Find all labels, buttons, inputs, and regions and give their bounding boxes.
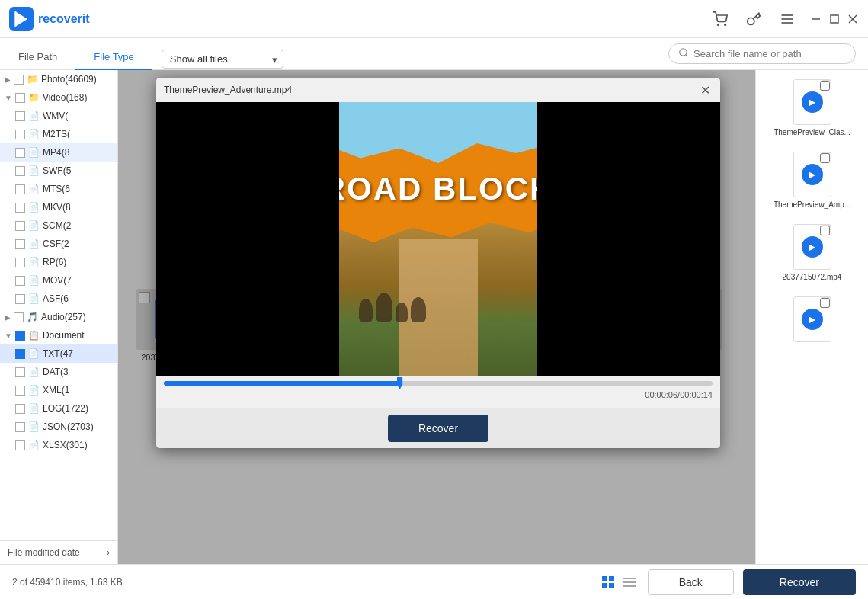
- svg-rect-28: [602, 583, 607, 588]
- right-panel-checkbox-2[interactable]: [820, 153, 830, 163]
- back-button[interactable]: Back: [648, 569, 734, 595]
- checkbox-mts[interactable]: [15, 184, 25, 194]
- filter-wrapper: Show all files Video Photo Audio Documen…: [162, 50, 283, 69]
- sidebar-item-asf[interactable]: 📄 ASF(6: [0, 290, 117, 308]
- sidebar-item-mkv[interactable]: 📄 MKV(8: [0, 198, 117, 216]
- folder-icon-csf: 📄: [28, 239, 40, 249]
- svg-rect-2: [14, 11, 17, 27]
- sidebar-item-mts[interactable]: 📄 MTS(6: [0, 180, 117, 198]
- minimize-button[interactable]: [810, 13, 822, 25]
- checkbox-csf[interactable]: [15, 239, 25, 249]
- menu-icon[interactable]: [777, 8, 798, 30]
- tab-file-path[interactable]: File Path: [0, 45, 75, 70]
- svg-point-12: [680, 49, 687, 56]
- right-panel-checkbox-3[interactable]: [820, 226, 830, 235]
- right-panel-item-3[interactable]: ▶ 2037715072.mp4: [759, 221, 865, 284]
- checkbox-dat[interactable]: [15, 367, 25, 377]
- video-frame: ROAD BLOCK: [156, 102, 720, 376]
- bottom-left: 2 of 459410 items, 1.63 KB: [12, 577, 123, 588]
- sidebar-item-mov[interactable]: 📄 MOV(7: [0, 271, 117, 290]
- checkbox-scm[interactable]: [15, 221, 25, 231]
- expand-audio-icon[interactable]: ▶: [5, 313, 11, 322]
- sidebar-item-scm[interactable]: 📄 SCM(2: [0, 216, 117, 235]
- sidebar-item-xlsx[interactable]: 📄 XLSX(301): [0, 436, 117, 454]
- sidebar-item-mp4[interactable]: 📄 MP4(8: [0, 143, 117, 162]
- cart-icon[interactable]: [709, 8, 731, 30]
- sidebar-item-photo[interactable]: ▶ 📁 Photo(46609): [0, 70, 117, 88]
- checkbox-audio[interactable]: [14, 312, 24, 322]
- checkbox-xml[interactable]: [15, 386, 25, 396]
- sidebar-icon-document: 📋: [28, 330, 40, 341]
- list-view-icon[interactable]: [620, 573, 639, 591]
- recover-btn-area: Recover: [156, 408, 720, 448]
- expand-document-icon[interactable]: ▼: [5, 332, 12, 340]
- sidebar-label-rp: RP(6): [43, 257, 66, 267]
- sidebar-item-log[interactable]: 📄 LOG(1722): [0, 399, 117, 418]
- right-panel-item-1[interactable]: ▶ ThemePreview_Clas...: [759, 76, 865, 139]
- checkbox-photo[interactable]: [14, 75, 24, 85]
- tab-filter-area: Show all files Video Photo Audio Documen…: [162, 50, 283, 69]
- recover-button[interactable]: Recover: [743, 569, 856, 595]
- right-panel-item-2[interactable]: ▶ ThemePreview_Amp...: [759, 149, 865, 212]
- checkbox-rp[interactable]: [15, 258, 25, 267]
- checkbox-xlsx[interactable]: [15, 440, 25, 450]
- close-button[interactable]: [847, 13, 859, 25]
- modal-overlay: ThemePreview_Adventure.mp4 ✕: [118, 70, 755, 564]
- filter-select[interactable]: Show all files Video Photo Audio Documen…: [162, 50, 283, 69]
- progress-bar[interactable]: [164, 381, 713, 386]
- sidebar-label-csf: CSF(2: [43, 239, 69, 249]
- right-panel-checkbox-1[interactable]: [820, 81, 830, 91]
- sidebar-label-dat: DAT(3: [43, 367, 69, 377]
- logo-area: recoverit: [9, 7, 709, 31]
- checkbox-video[interactable]: [15, 93, 25, 103]
- sidebar-item-txt[interactable]: 📄 TXT(47: [0, 344, 117, 363]
- sidebar-item-audio[interactable]: ▶ 🎵 Audio(257): [0, 308, 117, 326]
- checkbox-m2ts[interactable]: [15, 130, 25, 139]
- folder-icon-xml: 📄: [28, 385, 40, 396]
- tab-file-type[interactable]: File Type: [75, 45, 152, 70]
- sidebar-item-xml[interactable]: 📄 XML(1: [0, 381, 117, 399]
- key-icon[interactable]: [743, 8, 764, 30]
- sidebar-icon-photo: 📁: [27, 74, 38, 85]
- search-input[interactable]: [693, 48, 846, 59]
- checkbox-asf[interactable]: [15, 294, 25, 304]
- sidebar-item-dat[interactable]: 📄 DAT(3: [0, 363, 117, 381]
- checkbox-mp4[interactable]: [15, 148, 25, 158]
- sidebar-item-swf[interactable]: 📄 SWF(5: [0, 162, 117, 180]
- svg-point-4: [725, 24, 726, 25]
- sidebar-item-wmv[interactable]: 📄 WMV(: [0, 107, 117, 125]
- checkbox-document[interactable]: [15, 331, 25, 341]
- svg-rect-29: [609, 583, 614, 588]
- road-block-title: ROAD BLOCK: [339, 171, 537, 207]
- file-modified-date[interactable]: File modified date ›: [0, 540, 118, 564]
- sidebar-item-m2ts[interactable]: 📄 M2TS(: [0, 125, 117, 143]
- checkbox-json[interactable]: [15, 422, 25, 432]
- sidebar-label-txt: TXT(47: [43, 348, 73, 359]
- modal-recover-button[interactable]: Recover: [388, 415, 488, 442]
- right-panel-item-4[interactable]: ▶: [759, 293, 865, 348]
- folder-icon-mov: 📄: [28, 275, 40, 286]
- checkbox-wmv[interactable]: [15, 111, 25, 121]
- sidebar-item-csf[interactable]: 📄 CSF(2: [0, 235, 117, 253]
- right-panel-checkbox-4[interactable]: [820, 298, 830, 308]
- sidebar-item-video[interactable]: ▼ 📁 Video(168): [0, 88, 117, 107]
- checkbox-mkv[interactable]: [15, 203, 25, 213]
- checkbox-mov[interactable]: [15, 276, 25, 286]
- modal-close-button[interactable]: ✕: [697, 82, 713, 98]
- expand-video-icon[interactable]: ▼: [5, 94, 12, 102]
- expand-photo-icon[interactable]: ▶: [5, 75, 11, 84]
- folder-icon-scm: 📄: [28, 220, 40, 231]
- video-controls: 00:00:06/00:00:14: [156, 376, 720, 408]
- svg-rect-9: [831, 15, 838, 23]
- maximize-button[interactable]: [828, 13, 841, 25]
- play-badge-1: ▶: [802, 91, 823, 113]
- checkbox-txt[interactable]: [15, 349, 25, 359]
- checkbox-swf[interactable]: [15, 166, 25, 176]
- window-controls: [810, 13, 859, 25]
- sidebar-item-document[interactable]: ▼ 📋 Document: [0, 326, 117, 344]
- grid-view-icon[interactable]: [599, 573, 617, 591]
- checkbox-log[interactable]: [15, 404, 25, 414]
- sidebar-item-rp[interactable]: 📄 RP(6): [0, 253, 117, 271]
- modal-title-bar: ThemePreview_Adventure.mp4 ✕: [156, 78, 720, 102]
- sidebar-item-json[interactable]: 📄 JSON(2703): [0, 418, 117, 436]
